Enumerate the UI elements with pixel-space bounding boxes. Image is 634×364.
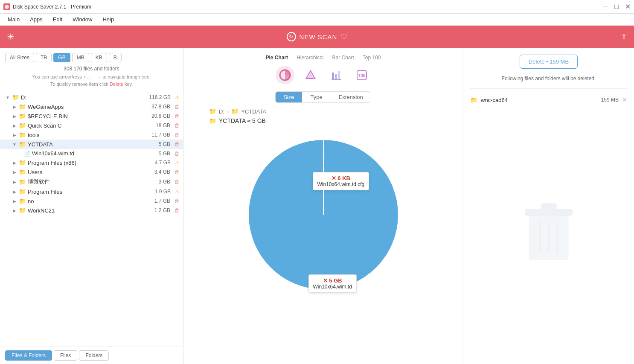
size-filter-gb[interactable]: GB	[53, 53, 70, 62]
tab-folders[interactable]: Folders	[79, 350, 109, 361]
tab-top100[interactable]: Top 100	[363, 55, 381, 61]
tree-item-users[interactable]: ▶ 📁 Users 3.4 GB 🗑	[0, 167, 183, 177]
warn-icon[interactable]: ⚠	[175, 189, 180, 195]
svg-rect-4	[332, 73, 334, 79]
delete-icon[interactable]: 🗑	[174, 132, 180, 138]
app-title: Disk Space Saver 2.7.1 - Premium	[13, 4, 91, 10]
delete-button[interactable]: Delete • 159 MB	[520, 55, 578, 69]
refresh-icon: ↻	[287, 32, 296, 41]
maximize-button[interactable]: □	[614, 4, 619, 10]
close-button[interactable]: ✕	[625, 4, 631, 10]
heart-icon[interactable]: ♡	[340, 32, 347, 41]
menu-apps[interactable]: Apps	[26, 15, 47, 23]
app-icon	[3, 3, 10, 10]
delete-icon[interactable]: 🗑	[174, 207, 180, 213]
menu-help[interactable]: Help	[98, 15, 118, 23]
chevron-right-icon: ▶	[12, 133, 17, 137]
folder-icon: 📁	[19, 122, 26, 129]
separator	[470, 88, 627, 89]
tree-size: 3.4 GB	[145, 169, 170, 175]
delete-icon[interactable]: 🗑	[174, 198, 180, 204]
delete-icon[interactable]: 🗑	[174, 141, 180, 147]
chart-icon-group: 100	[276, 66, 371, 84]
delete-icon[interactable]: 🗑	[174, 169, 180, 175]
left-panel: All Sizes TB GB MB KB B 308 170 files an…	[0, 48, 183, 364]
menu-window[interactable]: Window	[68, 15, 96, 23]
folder-icon: 📁	[19, 207, 26, 214]
window-controls: ─ □ ✕	[602, 4, 631, 10]
tree-item-no[interactable]: ▶ 📁 no 1.7 GB 🗑	[0, 196, 183, 206]
tree-item-programx86[interactable]: ▶ 📁 Program Files (x86) 4.7 GB ⚠	[0, 158, 183, 167]
tree-item-yctdata[interactable]: ▼ 📁 YCTDATA 5 GB 🗑	[0, 140, 183, 149]
tree-item-win10[interactable]: 📄 Win10x64.wim.td 5 GB 🗑	[0, 149, 183, 158]
toolbar-left: ☀	[7, 32, 15, 42]
delete-icon[interactable]: 🗑	[174, 151, 180, 157]
folder-icon: 📁	[19, 188, 26, 195]
trash-icon	[515, 198, 583, 266]
menu-main[interactable]: Main	[3, 15, 24, 23]
breadcrumb-separator: ›	[227, 108, 229, 115]
tab-hierarchical[interactable]: Hierarchical	[297, 55, 323, 61]
size-filter-all[interactable]: All Sizes	[5, 53, 34, 62]
tree-item-recycle[interactable]: ▶ 📁 $RECYCLE.BIN 20.8 GB 🗑	[0, 111, 183, 121]
tree-item-tools[interactable]: ▶ 📁 tools 11.7 GB 🗑	[0, 130, 183, 140]
tree-label: tools	[28, 132, 143, 138]
view-tab-extension[interactable]: Extension	[331, 92, 371, 102]
tab-files[interactable]: Files	[54, 350, 77, 361]
tree-label: YCTDATA	[28, 141, 143, 148]
tree-size: 5 GB	[145, 151, 170, 157]
delete-icon[interactable]: 🗑	[174, 113, 180, 119]
tree-item-quickscan[interactable]: ▶ 📁 Quick Scan C 18 GB 🗑	[0, 121, 183, 130]
menu-edit[interactable]: Edit	[49, 15, 67, 23]
breadcrumb-folder-icon: 📁	[209, 108, 216, 115]
view-type-tabs: Size Type Extension	[275, 91, 371, 103]
minimize-button[interactable]: ─	[602, 4, 608, 10]
delete-icon[interactable]: 🗑	[174, 179, 180, 185]
bar-chart-icon-button[interactable]	[327, 66, 346, 84]
new-scan-button[interactable]: ↻ NEW SCAN	[287, 32, 337, 41]
size-filter-kb[interactable]: KB	[91, 53, 107, 62]
chevron-right-icon: ▶	[12, 105, 17, 109]
main-content: All Sizes TB GB MB KB B 308 170 files an…	[0, 48, 634, 364]
tree-size: 1.2 GB	[145, 207, 170, 213]
tree-label: Program Files (x86)	[28, 160, 143, 166]
tree-label: Win10x64.wim.td	[32, 150, 143, 157]
tree-size: 1.7 GB	[145, 198, 170, 204]
tree-item-worknc[interactable]: ▶ 📁 WorkNC21 1.2 GB 🗑	[0, 206, 183, 215]
tree-item-wegame[interactable]: ▶ 📁 WeGameApps 37.8 GB 🗑	[0, 102, 183, 111]
tab-pie-chart[interactable]: Pie Chart	[265, 55, 288, 61]
pie-chart-icon-button[interactable]	[276, 66, 294, 84]
folder-title-bar: 📁 YCTDATA ≈ 5 GB	[183, 117, 266, 124]
size-filter-mb[interactable]: MB	[72, 53, 89, 62]
svg-rect-14	[541, 203, 556, 210]
size-filter-b[interactable]: B	[109, 53, 122, 62]
toolbar-center: ↻ NEW SCAN ♡	[287, 32, 348, 41]
tree-item-bofei[interactable]: ▶ 📁 博微软件 3 GB 🗑	[0, 177, 183, 187]
warn-icon[interactable]: ⚠	[175, 160, 180, 166]
size-filter-bar: All Sizes TB GB MB KB B	[0, 53, 183, 66]
tree-item-programfiles[interactable]: ▶ 📁 Program Files 1.9 GB ⚠	[0, 187, 183, 196]
warn-icon[interactable]: ⚠	[175, 94, 180, 100]
tab-files-folders[interactable]: Files & Folders	[5, 350, 52, 361]
pie-chart-svg	[238, 129, 409, 300]
hierarchical-icon-button[interactable]	[301, 66, 320, 84]
tree-size: 1.9 GB	[145, 189, 171, 195]
tab-bar-chart[interactable]: Bar Chart	[332, 55, 354, 61]
chevron-down-icon: ▼	[5, 95, 10, 100]
size-filter-tb[interactable]: TB	[36, 53, 52, 62]
breadcrumb: 📁 D: › 📁 YCTDATA	[183, 108, 266, 115]
tree-item-D[interactable]: ▼ 📁 D: 116.2 GB ⚠	[0, 93, 183, 102]
delete-key-link: Delete	[110, 82, 123, 87]
view-tab-type[interactable]: Type	[303, 92, 330, 102]
folder-icon: 📁	[19, 113, 26, 119]
delete-icon[interactable]: 🗑	[174, 122, 180, 128]
top100-icon-button[interactable]: 100	[352, 66, 371, 84]
share-icon[interactable]: ⇧	[621, 32, 627, 41]
folder-icon: 📁	[19, 159, 26, 166]
remove-item-button[interactable]: ✕	[622, 96, 627, 103]
tree-label: Quick Scan C	[28, 122, 143, 129]
file-tree[interactable]: ▼ 📁 D: 116.2 GB ⚠ ▶ 📁 WeGameApps 37.8 GB…	[0, 91, 183, 347]
delete-icon[interactable]: 🗑	[174, 104, 180, 110]
view-tab-size[interactable]: Size	[276, 92, 302, 102]
folder-icon: 📁	[19, 141, 26, 148]
